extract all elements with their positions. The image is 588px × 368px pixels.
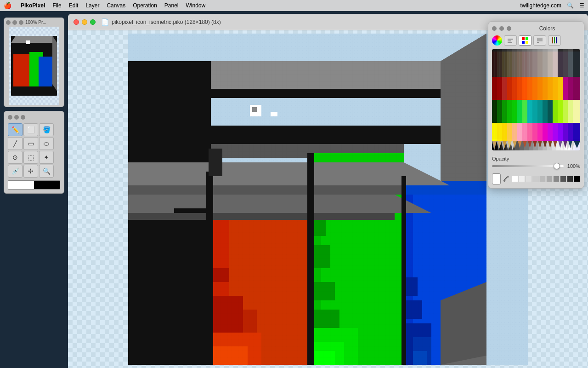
svg-rect-200 (558, 77, 563, 100)
lasso-tool[interactable]: ⊙ (8, 151, 23, 164)
color-grid (512, 176, 580, 182)
marquee-tool[interactable]: ⬚ (23, 151, 38, 164)
svg-rect-188 (497, 77, 502, 100)
swatch-1[interactable] (519, 176, 525, 182)
menu-file[interactable]: File (52, 2, 61, 9)
svg-rect-214 (543, 100, 548, 123)
svg-rect-74 (508, 40, 511, 41)
maximize-button[interactable] (90, 19, 96, 25)
tools-panel: ✏️ ⬜ 🪣 ╱ ▭ ⬭ ⊙ ⬚ ✦ 💉 ✢ 🔍 (4, 111, 64, 194)
swatch-3[interactable] (532, 176, 539, 182)
eraser-tool[interactable]: ⬜ (23, 123, 38, 136)
svg-rect-210 (522, 100, 527, 123)
svg-rect-85 (556, 37, 557, 43)
preview-tl-close[interactable] (6, 20, 11, 25)
svg-marker-6 (11, 36, 57, 43)
preview-tl-max[interactable] (19, 20, 23, 25)
eyedropper-tool[interactable]: 💉 (8, 165, 23, 178)
swatch-8[interactable] (567, 176, 573, 182)
color-swatch[interactable] (8, 180, 60, 190)
svg-rect-171 (497, 49, 502, 77)
website-link[interactable]: twilightedge.com (520, 2, 561, 9)
current-color-box[interactable] (492, 173, 501, 184)
menubar: 🍎 PikoPixel File Edit Layer Canvas Opera… (0, 0, 588, 11)
svg-rect-57 (271, 112, 277, 116)
tools-tl-min[interactable] (14, 115, 19, 120)
svg-rect-203 (573, 77, 580, 100)
swatch-4[interactable] (539, 176, 546, 182)
fill-tool[interactable]: 🪣 (39, 123, 54, 136)
rect-tool[interactable]: ▭ (23, 137, 38, 150)
menu-pikopixel[interactable]: PikoPixel (21, 2, 45, 9)
apple-menu[interactable]: 🍎 (4, 2, 11, 9)
menu-icon[interactable]: ☰ (579, 2, 584, 9)
eyedropper-btn[interactable] (503, 174, 510, 184)
swatch-6[interactable] (553, 176, 560, 182)
svg-marker-88 (556, 43, 557, 44)
zoom-tool[interactable]: 🔍 (39, 165, 54, 178)
svg-rect-59 (128, 185, 404, 195)
svg-rect-212 (532, 100, 537, 123)
svg-rect-191 (512, 77, 517, 100)
svg-rect-206 (502, 100, 507, 123)
swatch-white[interactable] (512, 176, 518, 182)
pencil-tool[interactable]: ✏️ (8, 123, 23, 136)
menu-layer[interactable]: Layer (85, 2, 99, 9)
magic-tool[interactable]: ✦ (39, 151, 54, 164)
swatch-2[interactable] (526, 176, 532, 182)
doc-icon: 📄 (101, 18, 109, 26)
ellipse-tool[interactable]: ⬭ (39, 137, 54, 150)
svg-rect-192 (517, 77, 522, 100)
svg-rect-173 (507, 49, 512, 77)
move-tool[interactable]: ✢ (23, 165, 38, 178)
svg-rect-234 (558, 123, 563, 141)
svg-rect-207 (507, 100, 512, 123)
colors-tl-max[interactable] (507, 26, 511, 31)
close-button[interactable] (74, 19, 79, 25)
svg-rect-9 (39, 57, 52, 86)
svg-rect-56 (252, 107, 257, 112)
swatch-black[interactable] (574, 176, 580, 182)
svg-rect-83 (552, 37, 553, 43)
sliders-btn[interactable] (504, 35, 517, 46)
colors-tl-close[interactable] (492, 26, 497, 31)
svg-rect-217 (558, 100, 563, 123)
svg-rect-196 (537, 77, 543, 100)
svg-rect-236 (568, 123, 573, 141)
line-tool[interactable]: ╱ (8, 137, 23, 150)
svg-rect-176 (522, 49, 527, 77)
menu-window[interactable]: Window (186, 2, 206, 9)
opacity-thumb[interactable] (554, 163, 560, 169)
color-mode-tabs (492, 35, 580, 46)
color-wheel-btn[interactable] (492, 35, 502, 46)
menu-canvas[interactable]: Canvas (107, 2, 125, 9)
traffic-lights (74, 19, 96, 25)
pencils-btn[interactable] (548, 35, 561, 46)
tools-tl-max[interactable] (21, 115, 25, 120)
menu-panel[interactable]: Panel (164, 2, 179, 9)
menu-edit[interactable]: Edit (69, 2, 79, 9)
pencils-area[interactable] (492, 49, 580, 150)
swatches-btn[interactable] (519, 35, 531, 46)
svg-rect-10 (26, 40, 30, 44)
svg-rect-225 (512, 123, 517, 141)
colors-tl-min[interactable] (499, 26, 504, 31)
svg-marker-11 (52, 36, 57, 91)
search-icon[interactable]: 🔍 (567, 2, 574, 9)
menu-operation[interactable]: Operation (133, 2, 157, 9)
swatch-5[interactable] (546, 176, 553, 182)
svg-rect-204 (492, 100, 497, 123)
pixel-art-svg (128, 34, 528, 365)
svg-rect-175 (517, 49, 522, 77)
tools-tl-close[interactable] (8, 115, 12, 120)
svg-rect-233 (553, 123, 558, 141)
svg-rect-179 (537, 49, 543, 77)
swatch-7[interactable] (560, 176, 566, 182)
svg-rect-190 (507, 77, 512, 100)
opacity-slider[interactable] (492, 165, 564, 167)
preview-panel: 100% Pr... (4, 17, 64, 107)
svg-marker-60 (128, 195, 431, 213)
preview-tl-min[interactable] (12, 20, 17, 25)
minimize-button[interactable] (82, 19, 87, 25)
image-btn[interactable] (533, 35, 546, 46)
